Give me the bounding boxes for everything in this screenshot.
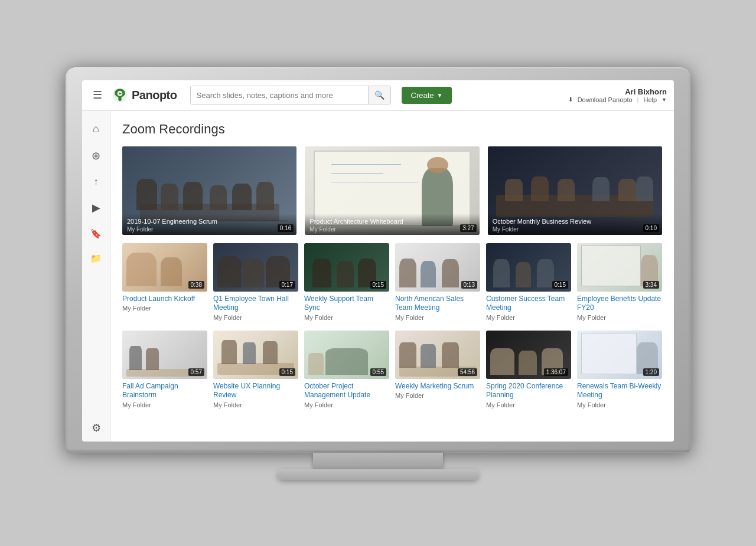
- thumb-title-v1: 2019-10-07 Engineering Scrum: [127, 217, 292, 225]
- main-layout: ⌂ ⊕ ↑ ▶ 🔖 📁: [82, 111, 674, 442]
- video-thumbnail-v6: 0:15: [304, 243, 389, 292]
- video-card-v7[interactable]: 0:13 North American Sales Team Meeting M…: [395, 243, 480, 322]
- share-icon: ↑: [94, 176, 99, 187]
- thumb-subtitle-v3: My Folder: [493, 226, 657, 233]
- sidebar: ⌂ ⊕ ↑ ▶ 🔖 📁: [82, 111, 110, 442]
- hamburger-icon[interactable]: ☰: [89, 86, 106, 104]
- search-input[interactable]: [191, 87, 368, 104]
- duration-v3: 0:10: [643, 224, 659, 232]
- panopto-logo-icon: [112, 87, 128, 103]
- video-info-v13: Weekly Marketing Scrum My Folder: [395, 379, 480, 401]
- duration-v11: 0:15: [279, 368, 295, 376]
- video-thumbnail-v2: Product Architecture Whiteboard My Folde…: [305, 146, 479, 235]
- sidebar-item-watch[interactable]: ▶: [82, 195, 110, 220]
- video-thumbnail-v13: 54:56: [395, 331, 480, 379]
- thumb-overlay-v2: Product Architecture Whiteboard My Folde…: [305, 214, 479, 234]
- download-panopto-link[interactable]: Download Panopto: [578, 96, 633, 103]
- sidebar-item-folder[interactable]: 📁: [82, 247, 110, 270]
- video-card-v13[interactable]: 54:56 Weekly Marketing Scrum My Folder: [395, 331, 480, 410]
- video-folder-v9: My Folder: [577, 314, 662, 321]
- thumb-title-v3: October Monthly Business Review: [493, 217, 657, 225]
- duration-v4: 0:38: [188, 281, 204, 289]
- video-info-v5: Q1 Employee Town Hall Meeting My Folder: [213, 292, 298, 322]
- video-card-v3[interactable]: October Monthly Business Review My Folde…: [488, 146, 662, 235]
- video-card-v8[interactable]: 0:15 Customer Success Team Meeting My Fo…: [486, 243, 571, 322]
- thumb-subtitle-v2: My Folder: [309, 226, 474, 233]
- video-thumbnail-v10: 0:57: [122, 331, 207, 379]
- sidebar-item-share[interactable]: ↑: [82, 171, 110, 193]
- duration-v1: 0:16: [278, 224, 294, 232]
- help-link[interactable]: Help: [643, 96, 657, 103]
- create-dropdown-arrow: ▼: [437, 92, 443, 99]
- user-name[interactable]: Ari Bixhorn: [568, 87, 667, 96]
- video-folder-v4: My Folder: [122, 305, 207, 312]
- video-info-v14: Spring 2020 Conference Planning My Folde…: [486, 379, 571, 410]
- video-card-v11[interactable]: 0:15 Website UX Planning Review My Folde…: [213, 331, 298, 410]
- video-title-v4[interactable]: Product Launch Kickoff: [122, 295, 207, 304]
- logo-text: Panopto: [132, 89, 177, 102]
- video-card-v4[interactable]: 0:38 Product Launch Kickoff My Folder: [122, 243, 207, 322]
- play-icon: ▶: [92, 201, 100, 214]
- video-info-v11: Website UX Planning Review My Folder: [213, 379, 298, 410]
- video-title-v5[interactable]: Q1 Employee Town Hall Meeting: [213, 295, 298, 313]
- video-thumbnail-v5: 0:17: [213, 243, 298, 292]
- video-title-v7[interactable]: North American Sales Team Meeting: [395, 295, 480, 313]
- thumb-overlay-v1: 2019-10-07 Engineering Scrum My Folder: [122, 214, 296, 234]
- video-title-v10[interactable]: Fall Ad Campaign Brainstorm: [122, 382, 207, 400]
- video-card-v9[interactable]: 3:34 Employee Benefits Update FY20 My Fo…: [577, 243, 662, 322]
- nav-links: ⬇ Download Panopto | Help ▼: [568, 96, 667, 103]
- duration-v10: 0:57: [188, 368, 204, 376]
- download-panopto-icon: ⬇: [568, 96, 573, 103]
- video-folder-v11: My Folder: [213, 401, 298, 408]
- video-folder-v10: My Folder: [122, 401, 207, 408]
- sidebar-item-home[interactable]: ⌂: [82, 117, 110, 141]
- video-card-v6[interactable]: 0:15 Weekly Support Team Sync My Folder: [304, 243, 389, 322]
- monitor-neck: [313, 453, 443, 469]
- video-thumbnail-v7: 0:13: [395, 243, 480, 292]
- video-card-v10[interactable]: 0:57 Fall Ad Campaign Brainstorm My Fold…: [122, 331, 207, 410]
- search-container: 🔍: [190, 86, 391, 104]
- logo-area[interactable]: Panopto: [112, 87, 177, 103]
- video-info-v7: North American Sales Team Meeting My Fol…: [395, 292, 480, 322]
- video-card-v14[interactable]: 1:36:07 Spring 2020 Conference Planning …: [486, 331, 571, 410]
- video-card-v5[interactable]: 0:17 Q1 Employee Town Hall Meeting My Fo…: [213, 243, 298, 322]
- video-title-v12[interactable]: October Project Management Update: [304, 382, 389, 400]
- help-dropdown-icon: ▼: [662, 97, 667, 103]
- create-icon: ⊕: [92, 149, 100, 162]
- thumb-overlay-v3: October Monthly Business Review My Folde…: [488, 214, 662, 234]
- video-info-v15: Renewals Team Bi-Weekly Meeting My Folde…: [577, 379, 662, 410]
- video-folder-v12: My Folder: [304, 401, 389, 408]
- video-card-v12[interactable]: 0:55 October Project Management Update M…: [304, 331, 389, 410]
- sidebar-item-bookmarks[interactable]: 🔖: [82, 223, 110, 245]
- thumb-title-v2: Product Architecture Whiteboard: [309, 217, 474, 225]
- create-button[interactable]: Create ▼: [402, 87, 452, 104]
- video-title-v14[interactable]: Spring 2020 Conference Planning: [486, 382, 571, 400]
- video-title-v15[interactable]: Renewals Team Bi-Weekly Meeting: [577, 382, 662, 400]
- video-info-v8: Customer Success Team Meeting My Folder: [486, 292, 571, 322]
- bookmark-icon: 🔖: [90, 228, 102, 239]
- duration-v14: 1:36:07: [544, 368, 568, 376]
- duration-v13: 54:56: [458, 368, 477, 376]
- video-folder-v8: My Folder: [486, 314, 571, 321]
- video-thumbnail-v14: 1:36:07: [486, 331, 571, 379]
- video-title-v13[interactable]: Weekly Marketing Scrum: [395, 382, 480, 391]
- video-title-v6[interactable]: Weekly Support Team Sync: [304, 295, 389, 313]
- video-folder-v7: My Folder: [395, 314, 480, 321]
- duration-v7: 0:13: [461, 281, 477, 289]
- video-thumbnail-v1: 2019-10-07 Engineering Scrum My Folder 0…: [122, 146, 296, 235]
- video-title-v11[interactable]: Website UX Planning Review: [213, 382, 298, 400]
- monitor-base: [278, 469, 478, 480]
- video-row-small-1: 0:38 Product Launch Kickoff My Folder: [122, 243, 662, 322]
- sidebar-item-create[interactable]: ⊕: [82, 143, 110, 168]
- video-title-v8[interactable]: Customer Success Team Meeting: [486, 295, 571, 313]
- settings-icon: ⚙: [92, 421, 101, 434]
- video-info-v12: October Project Management Update My Fol…: [304, 379, 389, 410]
- search-button[interactable]: 🔍: [368, 86, 390, 104]
- duration-v2: 3:27: [460, 224, 476, 232]
- video-folder-v13: My Folder: [395, 392, 480, 399]
- video-card-v2[interactable]: Product Architecture Whiteboard My Folde…: [305, 146, 479, 235]
- video-card-v15[interactable]: 1:20 Renewals Team Bi-Weekly Meeting My …: [577, 331, 662, 410]
- sidebar-item-settings[interactable]: ⚙: [82, 416, 110, 442]
- video-title-v9[interactable]: Employee Benefits Update FY20: [577, 295, 662, 313]
- video-card-v1[interactable]: 2019-10-07 Engineering Scrum My Folder 0…: [122, 146, 296, 235]
